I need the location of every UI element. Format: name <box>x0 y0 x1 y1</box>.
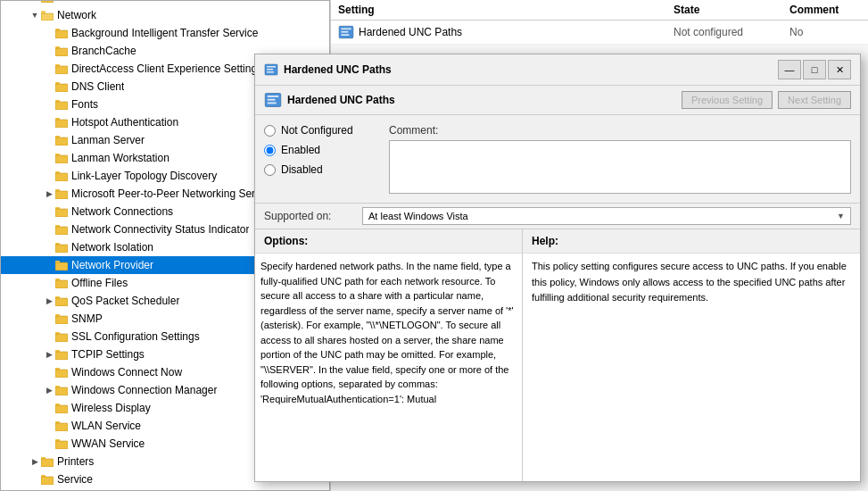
radio-label-enabled: Enabled <box>281 144 320 156</box>
folder-icon-fonts <box>54 97 69 112</box>
folder-icon-service <box>40 472 54 487</box>
folder-icon-net-provider <box>54 258 69 272</box>
tree-label-hotspot: Hotspot Authentication <box>71 116 178 129</box>
comment-area: Comment: <box>389 124 851 194</box>
tree-label-link-layer: Link-Layer Topology Discovery <box>71 170 217 182</box>
maximize-button[interactable]: □ <box>803 60 826 79</box>
tree-label-net-provider: Network Provider <box>71 259 153 271</box>
svg-rect-42 <box>55 173 68 181</box>
folder-icon-hotspot <box>54 115 69 129</box>
tree-label-wlan: WLAN Service <box>71 420 141 432</box>
svg-rect-69 <box>55 334 68 342</box>
help-content[interactable]: This policy setting configures secure ac… <box>523 254 860 481</box>
folder-icon-ssl-config <box>54 329 69 344</box>
svg-rect-64 <box>55 296 60 299</box>
folder-icon-branchcache <box>54 44 69 58</box>
col-header-setting: Setting <box>338 4 674 16</box>
svg-rect-91 <box>41 457 45 460</box>
svg-rect-57 <box>55 262 68 270</box>
tree-arrow-control-panel[interactable]: ▶ <box>29 1 40 2</box>
dialog-icon <box>264 62 278 77</box>
radio-enabled[interactable] <box>264 145 276 156</box>
svg-rect-19 <box>55 29 60 31</box>
tree-arrow-tcpip[interactable]: ▶ <box>44 350 54 359</box>
folder-icon-qos-scheduler <box>54 294 69 308</box>
svg-rect-103 <box>267 71 274 73</box>
svg-rect-63 <box>55 298 68 306</box>
svg-rect-34 <box>55 118 60 121</box>
radio-item-enabled[interactable]: Enabled <box>264 144 380 156</box>
folder-icon-net-connections <box>54 204 69 219</box>
tree-label-lanman-server: Lanman Server <box>71 134 145 146</box>
folder-icon-dns-client <box>54 79 69 94</box>
comment-textarea[interactable] <box>389 140 851 194</box>
svg-rect-84 <box>55 423 68 431</box>
folder-icon-lanman-workstation <box>54 151 69 165</box>
folder-icon-windows-connection-manager <box>54 383 69 397</box>
dialog-top-section: Not ConfiguredEnabledDisabled Comment: <box>255 115 860 204</box>
tree-label-qos-scheduler: QoS Packet Scheduler <box>71 295 179 307</box>
svg-rect-94 <box>41 475 45 478</box>
radio-item-not-configured[interactable]: Not Configured <box>264 124 380 137</box>
tree-arrow-windows-connection-manager[interactable]: ▶ <box>44 386 54 395</box>
svg-rect-54 <box>55 245 68 253</box>
svg-rect-21 <box>55 48 68 56</box>
svg-rect-37 <box>55 136 60 138</box>
svg-rect-33 <box>55 120 68 128</box>
previous-setting-button[interactable]: Previous Setting <box>682 91 773 109</box>
svg-rect-43 <box>55 171 60 174</box>
tree-label-bits: Background Intelligent Transfer Service <box>71 27 258 39</box>
comment-label: Comment: <box>389 124 851 137</box>
svg-rect-93 <box>41 477 54 485</box>
minimize-button[interactable]: — <box>778 60 801 79</box>
tree-label-tcpip: TCPIP Settings <box>71 348 145 361</box>
tree-label-offline-files: Offline Files <box>71 277 128 289</box>
svg-rect-16 <box>41 11 45 14</box>
svg-rect-31 <box>55 100 60 103</box>
svg-rect-102 <box>267 69 273 71</box>
folder-icon-offline-files <box>54 276 69 290</box>
close-button[interactable]: ✕ <box>828 60 851 79</box>
radio-item-disabled[interactable]: Disabled <box>264 163 380 176</box>
tree-item-bits[interactable]: Background Intelligent Transfer Service <box>1 24 329 42</box>
svg-rect-87 <box>55 441 68 449</box>
dialog-toolbar: Hardened UNC Paths Previous Setting Next… <box>255 86 860 115</box>
svg-rect-52 <box>55 225 60 228</box>
svg-rect-90 <box>41 459 54 467</box>
tree-arrow-network[interactable]: ▼ <box>29 11 40 20</box>
tree-label-windows-connection-manager: Windows Connection Manager <box>71 384 217 396</box>
tree-label-net-connections: Network Connections <box>71 205 173 218</box>
folder-icon-directaccess <box>54 62 69 76</box>
tree-label-lanman-workstation: Lanman Workstation <box>71 152 169 164</box>
folder-icon-ms-peer <box>54 187 69 201</box>
help-header: Help: <box>523 229 860 254</box>
setting-icon <box>338 24 354 40</box>
setting-row[interactable]: Hardened UNC Paths Not configured No <box>331 21 868 45</box>
setting-name: Hardened UNC Paths <box>359 26 674 38</box>
options-content[interactable]: Specify hardened network paths. In the n… <box>255 254 522 481</box>
svg-rect-18 <box>55 30 68 38</box>
svg-rect-60 <box>55 280 68 288</box>
radio-disabled[interactable] <box>264 164 276 176</box>
tree-arrow-printers[interactable]: ▶ <box>29 457 40 466</box>
next-setting-button[interactable]: Next Setting <box>778 91 851 109</box>
tree-arrow-ms-peer[interactable]: ▶ <box>44 189 54 198</box>
svg-rect-105 <box>268 96 279 97</box>
supported-value: At least Windows Vista ▼ <box>362 207 851 225</box>
radio-label-disabled: Disabled <box>281 163 323 176</box>
svg-rect-39 <box>55 155 68 163</box>
tree-item-network[interactable]: ▼Network <box>1 6 329 24</box>
svg-rect-55 <box>55 243 60 246</box>
tree-label-service: Service <box>57 473 93 486</box>
tree-label-fonts: Fonts <box>71 98 98 111</box>
tree-label-control-panel: Control Panel <box>57 1 122 4</box>
radio-not-configured[interactable] <box>264 125 276 137</box>
window-controls: — □ ✕ <box>778 60 851 79</box>
supported-dropdown-arrow[interactable]: ▼ <box>837 212 845 221</box>
help-panel: Help: This policy setting configures sec… <box>523 229 860 481</box>
svg-rect-75 <box>55 370 68 378</box>
dialog-title: Hardened UNC Paths <box>284 63 392 76</box>
svg-rect-58 <box>55 261 60 263</box>
svg-rect-78 <box>55 387 68 395</box>
tree-arrow-qos-scheduler[interactable]: ▶ <box>44 296 54 305</box>
